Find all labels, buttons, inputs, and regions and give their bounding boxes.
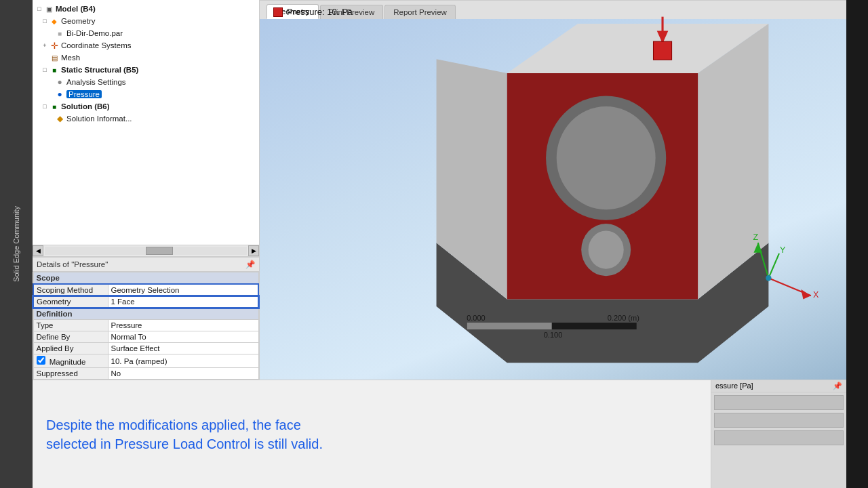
expand-bi-dir	[46, 29, 54, 37]
scale-left: 0.000	[467, 314, 486, 322]
tree-item-analysis[interactable]: ● Analysis Settings	[46, 76, 256, 88]
community-label: Solid Edge Community	[12, 206, 20, 282]
analysis-icon: ●	[54, 77, 65, 87]
scope-row-scoping-method[interactable]: Scoping Method Geometry Selection	[33, 284, 258, 296]
geometry-value-text: 1 Face	[111, 298, 135, 306]
expand-mesh	[41, 54, 49, 62]
def-row-suppressed[interactable]: Suppressed No	[33, 368, 258, 380]
magnitude-checkbox[interactable]	[37, 356, 45, 365]
def-row-magnitude[interactable]: Magnitude 10. Pa (ramped)	[33, 354, 258, 368]
def-row-define-by[interactable]: Define By Normal To	[33, 331, 258, 343]
mini-bar-3	[714, 430, 844, 445]
svg-line-3	[768, 253, 779, 278]
sol-info-label: Solution Informat...	[66, 115, 132, 123]
expand-analysis	[46, 78, 54, 86]
bi-dir-label: Bi-Dir-Demo.par	[66, 29, 123, 37]
mini-bar-2	[714, 413, 844, 428]
tree-view: □ ▣ Model (B4) □ ◆ Geometry ■ Bi-Dir-Dem…	[33, 0, 259, 245]
details-title: Details of "Pressure"	[37, 260, 108, 268]
expand-solution[interactable]: □	[41, 102, 49, 110]
expand-pressure	[46, 90, 54, 98]
left-sidebar-strip: Solid Edge Community	[0, 0, 33, 488]
scoping-method-label: Scoping Method	[33, 284, 108, 296]
def-row-type[interactable]: Type Pressure	[33, 320, 258, 331]
details-table: Scope Scoping Method Geometry Selection …	[33, 272, 259, 380]
type-label: Type	[33, 320, 108, 331]
svg-text:X: X	[813, 290, 819, 300]
tree-item-geometry[interactable]: □ ◆ Geometry	[41, 15, 256, 27]
sol-info-icon: ◆	[54, 113, 65, 124]
coord-icon: ✛	[49, 40, 60, 51]
suppressed-label: Suppressed	[33, 368, 108, 380]
scope-row-geometry[interactable]: Geometry 1 Face	[33, 296, 258, 308]
details-pin-icon[interactable]: 📌	[245, 260, 255, 269]
viewport[interactable]: Pressure: 10. Pa	[260, 0, 846, 380]
tree-item-model[interactable]: □ ▣ Model (B4)	[35, 3, 256, 15]
solution-label: Solution (B6)	[61, 102, 110, 110]
expand-geometry[interactable]: □	[41, 17, 49, 25]
mesh-label: Mesh	[61, 54, 80, 62]
applied-by-label: Applied By	[33, 343, 108, 354]
bottom-right-pin[interactable]: 📌	[833, 382, 842, 390]
scroll-left[interactable]: ◀	[33, 245, 43, 256]
svg-point-8	[766, 275, 771, 281]
tree-item-bi-dir[interactable]: ■ Bi-Dir-Demo.par	[46, 27, 256, 39]
scroll-track[interactable]	[45, 247, 247, 255]
scale-mid: 0.100	[544, 331, 563, 339]
annotation-text: Despite the modifications applied, the f…	[46, 415, 323, 453]
left-panel: □ ▣ Model (B4) □ ◆ Geometry ■ Bi-Dir-Dem…	[33, 0, 260, 380]
expand-static[interactable]: □	[41, 66, 49, 74]
bottom-panel: Despite the modifications applied, the f…	[33, 380, 846, 488]
svg-text:Z: Z	[753, 232, 758, 242]
right-strip	[846, 0, 868, 488]
section-scope-header: Scope	[33, 272, 258, 285]
geometry-label: Geometry	[61, 17, 96, 25]
mini-bar-1	[714, 395, 844, 410]
model-icon: ▣	[43, 3, 54, 14]
suppressed-value[interactable]: No	[108, 368, 258, 380]
tree-item-sol-info[interactable]: ◆ Solution Informat...	[46, 113, 256, 125]
coord-label: Coordinate Systems	[61, 41, 132, 49]
define-by-label: Define By	[33, 331, 108, 343]
bottom-right-panel: essure [Pa] 📌	[711, 380, 846, 488]
tree-item-pressure[interactable]: ● Pressure	[46, 88, 256, 100]
static-icon: ■	[49, 64, 60, 75]
small-hole-inner	[589, 230, 624, 268]
expand-sol-info	[46, 115, 54, 123]
top-panel: □ ▣ Model (B4) □ ◆ Geometry ■ Bi-Dir-Dem…	[33, 0, 846, 380]
mesh-icon: ▤	[49, 52, 60, 63]
scroll-right[interactable]: ▶	[248, 245, 259, 256]
bottom-right-content	[711, 392, 846, 488]
large-hole-inner	[557, 106, 656, 209]
magnitude-label: Magnitude	[33, 354, 108, 368]
par-icon: ■	[54, 28, 65, 39]
def-row-applied-by[interactable]: Applied By Surface Effect	[33, 343, 258, 354]
model-label: Model (B4)	[56, 5, 96, 13]
expand-coord[interactable]: +	[41, 41, 49, 49]
scroll-thumb[interactable]	[146, 247, 173, 255]
applied-by-value[interactable]: Surface Effect	[108, 343, 258, 354]
magnitude-value[interactable]: 10. Pa (ramped)	[108, 354, 258, 368]
def-header-label: Definition	[33, 308, 258, 320]
svg-text:Y: Y	[780, 245, 786, 255]
geometry-icon: ◆	[49, 16, 60, 26]
analysis-label: Analysis Settings	[66, 78, 126, 86]
define-by-value[interactable]: Normal To	[108, 331, 258, 343]
geometry-row-value[interactable]: 1 Face	[108, 296, 258, 308]
tree-item-coord[interactable]: + ✛ Coordinate Systems	[41, 39, 256, 52]
scoping-method-value[interactable]: Geometry Selection	[108, 284, 258, 296]
scale-right: 0.200 (m)	[608, 314, 639, 322]
tree-item-mesh[interactable]: ▤ Mesh	[41, 52, 256, 64]
tree-item-solution[interactable]: □ ■ Solution (B6)	[41, 100, 256, 113]
details-panel: Details of "Pressure" 📌 Scope Scoping Me…	[33, 257, 259, 380]
pressure-label: Pressure	[66, 90, 102, 98]
tree-scrollbar[interactable]: ◀ ▶	[33, 245, 259, 257]
pressure-panel-label: essure [Pa]	[715, 382, 753, 390]
type-value[interactable]: Pressure	[108, 320, 258, 331]
expand-model[interactable]: □	[35, 5, 43, 13]
pressure-tree-icon: ●	[54, 89, 65, 100]
bottom-left: Despite the modifications applied, the f…	[33, 380, 711, 488]
geometry-row-label: Geometry	[33, 296, 108, 308]
main-area: □ ▣ Model (B4) □ ◆ Geometry ■ Bi-Dir-Dem…	[33, 0, 846, 488]
tree-item-static[interactable]: □ ■ Static Structural (B5)	[41, 64, 256, 76]
